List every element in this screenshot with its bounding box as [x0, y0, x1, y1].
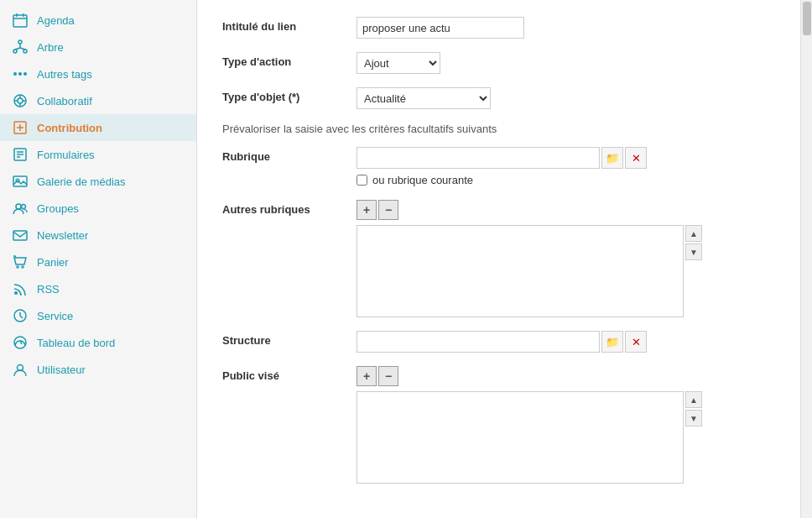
sidebar-label-tableau-de-bord: Tableau de bord [37, 337, 115, 349]
public-vise-listbox[interactable] [357, 391, 684, 484]
public-vise-label: Public visé [222, 366, 357, 382]
sidebar-label-autres-tags: Autres tags [37, 68, 92, 81]
svg-rect-30 [13, 231, 27, 240]
autres-rubriques-control: + − ▲ ▼ [357, 200, 775, 317]
svg-point-31 [17, 266, 18, 268]
icon-utilisateur [10, 362, 30, 377]
structure-folder-button[interactable]: 📁 [601, 331, 623, 353]
sidebar-label-galerie: Galerie de médias [37, 175, 126, 188]
svg-point-12 [23, 72, 27, 76]
type-objet-label: Type d'objet (*) [222, 87, 357, 103]
arrow-down-icon: ▼ [690, 248, 698, 257]
sidebar-item-utilisateur[interactable]: Utilisateur [0, 356, 196, 383]
sidebar-label-formulaires: Formulaires [37, 149, 95, 161]
svg-point-14 [18, 98, 23, 103]
svg-point-32 [22, 266, 23, 268]
icon-formulaires [10, 147, 30, 162]
folder-icon: 📁 [606, 152, 619, 165]
rubrique-input-group: 📁 ✕ [357, 147, 775, 169]
public-vise-up-button[interactable]: ▲ [685, 391, 702, 408]
type-action-control: AjoutModificationSuppression [357, 52, 775, 74]
icon-service [10, 308, 30, 323]
sidebar-item-rss[interactable]: RSS [0, 275, 196, 302]
autres-rubriques-list-wrap: ▲ ▼ [357, 225, 775, 317]
icon-panier [10, 254, 30, 269]
intitule-input[interactable] [357, 17, 524, 39]
scrollbar-thumb[interactable] [803, 2, 811, 35]
type-objet-select[interactable]: ActualitéArticleBrèvePage [357, 87, 491, 109]
sidebar-item-autres-tags[interactable]: Autres tags [0, 60, 196, 87]
structure-input[interactable] [357, 331, 600, 353]
scrollbar[interactable] [800, 0, 812, 518]
icon-newsletter [10, 228, 30, 243]
icon-rss [10, 281, 30, 296]
main-content: Intitulé du lien Type d'action AjoutModi… [197, 0, 800, 518]
autres-rubriques-add-button[interactable]: + [357, 200, 377, 220]
public-vise-buttons: + − [357, 366, 775, 386]
autres-rubriques-down-button[interactable]: ▼ [685, 243, 702, 260]
icon-arbre [10, 39, 30, 55]
public-vise-remove-button[interactable]: − [378, 366, 398, 386]
minus-icon-public: − [385, 369, 392, 383]
sidebar-item-contribution[interactable]: Contribution [0, 114, 196, 141]
autres-rubriques-row: Autres rubriques + − ▲ ▼ [222, 200, 775, 317]
sidebar-item-tableau-de-bord[interactable]: Tableau de bord [0, 329, 196, 356]
sidebar-item-groupes[interactable]: Groupes [0, 195, 196, 222]
rubrique-row: Rubrique 📁 ✕ ou rubrique courante [222, 147, 775, 186]
structure-control: 📁 ✕ [357, 331, 775, 353]
sidebar-item-collaboratif[interactable]: Collaboratif [0, 87, 196, 114]
rubrique-courante-checkbox[interactable] [357, 175, 367, 186]
sidebar-label-arbre: Arbre [37, 41, 64, 54]
svg-line-8 [15, 48, 20, 50]
arrow-up-icon-public: ▲ [690, 395, 698, 405]
icon-tableau-de-bord [10, 335, 30, 350]
plus-icon-public: + [363, 369, 370, 383]
public-vise-down-button[interactable]: ▼ [685, 410, 702, 426]
rubrique-label: Rubrique [222, 147, 357, 163]
minus-icon: − [385, 203, 392, 217]
sidebar-item-arbre[interactable]: Arbre [0, 34, 196, 60]
svg-line-36 [20, 316, 23, 318]
type-action-select[interactable]: AjoutModificationSuppression [357, 52, 440, 74]
icon-collaboratif [10, 93, 30, 108]
public-vise-list-wrap: ▲ ▼ [357, 391, 775, 484]
rubrique-courante-row: ou rubrique courante [357, 174, 775, 186]
svg-point-29 [22, 205, 26, 209]
public-vise-arrows: ▲ ▼ [685, 391, 702, 428]
structure-input-group: 📁 ✕ [357, 331, 775, 353]
sidebar-item-service[interactable]: Service [0, 302, 196, 329]
type-action-label: Type d'action [222, 52, 357, 68]
autres-rubriques-listbox[interactable] [357, 225, 684, 317]
sidebar-label-service: Service [37, 310, 73, 322]
clear-icon-structure: ✕ [632, 336, 641, 348]
sidebar-item-panier[interactable]: Panier [0, 249, 196, 275]
sidebar-item-galerie[interactable]: Galerie de médias [0, 168, 196, 195]
sidebar-label-panier: Panier [37, 256, 69, 269]
rubrique-folder-button[interactable]: 📁 [601, 147, 623, 169]
rubrique-input[interactable] [357, 147, 600, 169]
autres-rubriques-remove-button[interactable]: − [378, 200, 398, 220]
sidebar-item-newsletter[interactable]: Newsletter [0, 222, 196, 249]
rubrique-control: 📁 ✕ ou rubrique courante [357, 147, 775, 186]
svg-rect-0 [13, 15, 27, 27]
sidebar-item-agenda[interactable]: Agenda [0, 7, 196, 34]
clear-icon: ✕ [632, 152, 641, 165]
structure-row: Structure 📁 ✕ [222, 331, 775, 353]
prevalue-note: Prévaloriser la saisie avec les critères… [222, 123, 775, 135]
structure-clear-button[interactable]: ✕ [625, 331, 647, 353]
type-objet-control: ActualitéArticleBrèvePage [357, 87, 775, 109]
arrow-up-icon: ▲ [690, 229, 698, 238]
public-vise-add-button[interactable]: + [357, 366, 377, 386]
rubrique-clear-button[interactable]: ✕ [625, 147, 647, 169]
sidebar-item-formulaires[interactable]: Formulaires [0, 141, 196, 168]
public-vise-row: Public visé + − ▲ ▼ [222, 366, 775, 484]
sidebar-label-groupes: Groupes [37, 202, 79, 215]
folder-icon-structure: 📁 [606, 336, 619, 348]
sidebar-label-collaboratif: Collaboratif [37, 95, 92, 107]
autres-rubriques-up-button[interactable]: ▲ [685, 225, 702, 242]
public-vise-control: + − ▲ ▼ [357, 366, 775, 484]
sidebar-label-newsletter: Newsletter [37, 229, 88, 242]
icon-groupes [10, 201, 30, 216]
svg-rect-26 [13, 176, 27, 186]
sidebar-label-utilisateur: Utilisateur [37, 364, 86, 376]
